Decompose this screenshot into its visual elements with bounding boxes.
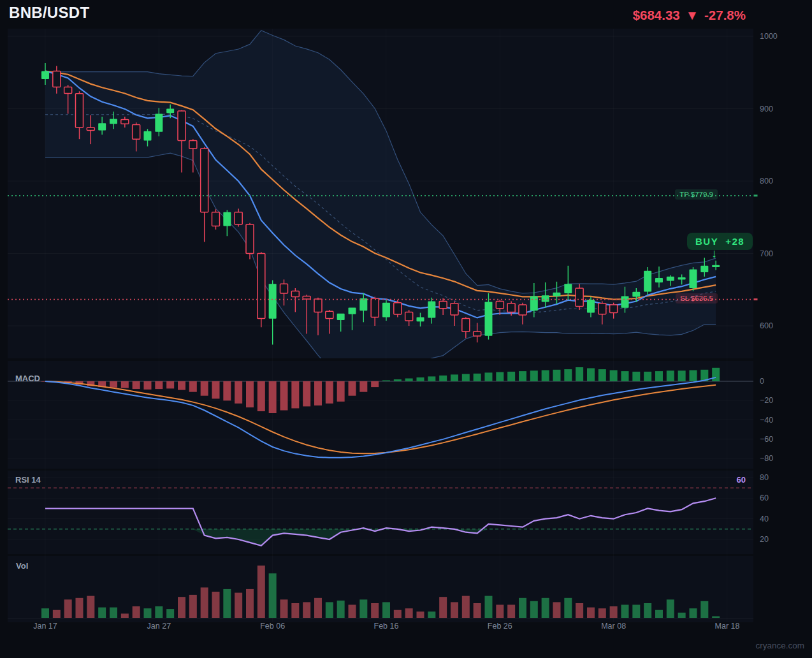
buy-signal-arrow-icon: ↓ [711,247,718,261]
rsi-panel-label: RSI 14 [15,475,41,485]
panel-background [8,556,753,622]
volume-panel-label: Vol [16,561,28,571]
svg-text:−60: −60 [760,435,773,444]
svg-text:20: 20 [760,535,769,544]
watermark: cryance.com [755,641,804,650]
svg-text:Feb 26: Feb 26 [488,622,512,631]
trading-chart-canvas[interactable]: 10009008007006000−20−40−60−8080604020Jan… [0,0,812,658]
take-profit-label[interactable]: TP $779.9 [675,189,718,200]
svg-text:Jan 17: Jan 17 [33,622,57,631]
svg-text:−20: −20 [760,396,773,405]
tp-axis-tick [754,194,758,196]
svg-text:600: 600 [760,321,773,330]
rsi-current-value: 60 [714,475,746,485]
svg-text:−80: −80 [760,454,773,463]
svg-text:800: 800 [760,177,773,186]
svg-text:Jan 27: Jan 27 [147,622,171,631]
svg-text:900: 900 [760,105,773,113]
svg-text:700: 700 [760,249,773,258]
buy-signal-badge[interactable]: BUY +28 [687,233,753,250]
sl-axis-tick [754,298,758,300]
panel-background [8,471,753,554]
stop-loss-label[interactable]: SL $636.5 [676,293,718,303]
svg-text:0: 0 [760,377,764,386]
svg-text:Mar 08: Mar 08 [601,622,626,631]
svg-text:80: 80 [760,473,769,482]
svg-text:Feb 16: Feb 16 [374,622,399,631]
svg-text:1000: 1000 [760,32,778,41]
macd-panel-label: MACD [15,374,40,383]
svg-text:40: 40 [760,515,769,523]
svg-text:−40: −40 [760,416,773,425]
svg-text:60: 60 [760,494,769,502]
svg-text:Mar 18: Mar 18 [715,622,740,631]
svg-text:Feb 06: Feb 06 [260,622,285,631]
